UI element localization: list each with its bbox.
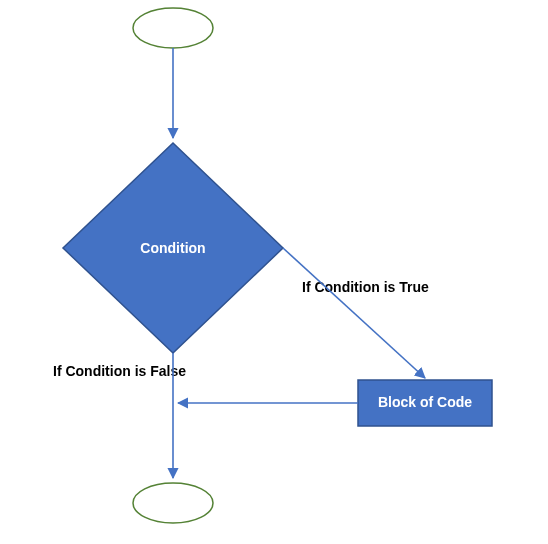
condition-text: Condition — [140, 240, 205, 256]
code-block-text: Block of Code — [378, 394, 472, 410]
false-branch-label: If Condition is False — [53, 363, 186, 379]
condition-diamond: Condition — [63, 143, 283, 353]
arrow-condition-to-block — [283, 248, 425, 378]
start-terminator — [133, 8, 213, 48]
true-branch-label: If Condition is True — [302, 279, 429, 295]
flowchart-diagram: Condition If Condition is True Block of … — [0, 0, 548, 544]
code-block-rect: Block of Code — [358, 380, 492, 426]
end-terminator — [133, 483, 213, 523]
